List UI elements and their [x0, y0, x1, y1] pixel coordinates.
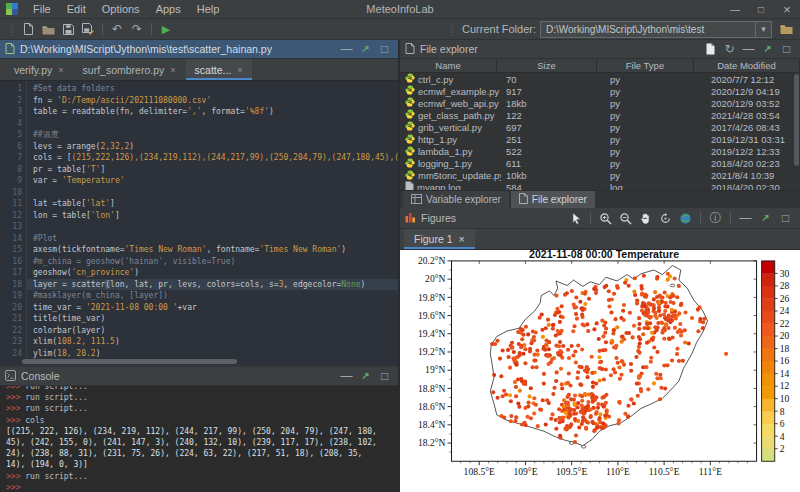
editor-panel: D:\Working\MIScript\Jython\mis\test\scat…	[0, 40, 398, 365]
code-line-14: #Plot	[27, 233, 398, 245]
figures-maximize-button[interactable]: □	[776, 210, 795, 227]
svg-text:110°E: 110°E	[606, 467, 630, 477]
svg-text:22: 22	[780, 319, 790, 329]
toolbar-save-button[interactable]	[58, 21, 78, 38]
console-line: >>> run script...	[6, 392, 392, 403]
folder-bar-grip[interactable]: ⋮	[447, 24, 455, 34]
column-header-size[interactable]: Size	[497, 59, 597, 72]
svg-text:18.4°N: 18.4°N	[418, 420, 446, 430]
figures-title-bar: Figures ⓘ—↗□	[400, 208, 800, 229]
figure-tab-close-icon[interactable]: ×	[459, 233, 465, 245]
code-line-22: colorbar(layer)	[27, 325, 398, 337]
editor-title-bar: D:\Working\MIScript\Jython\mis\test\scat…	[0, 40, 398, 59]
code-line-2: fn = 'D:/Temp/ascii/202111080000.csv'	[27, 95, 398, 107]
file-explorer-minimize-button[interactable]: —	[740, 42, 757, 57]
column-header-name[interactable]: Name	[400, 59, 497, 72]
menu-options[interactable]: Options	[94, 3, 148, 15]
figures-float-button[interactable]: ↗	[756, 210, 775, 227]
tab-close-icon[interactable]: ×	[170, 65, 175, 75]
bottom-tab-variable-explorer[interactable]: Variable explorer	[403, 191, 509, 208]
window-maximize-button[interactable]: □	[748, 0, 774, 18]
menu-edit[interactable]: Edit	[59, 3, 94, 15]
editor-tab-surf-sombrero-py[interactable]: surf_sombrero.py×	[74, 59, 185, 80]
editor-tab-scatte-[interactable]: scatte...×	[186, 59, 252, 80]
current-folder-label: Current Folder:	[462, 23, 536, 35]
python-file-icon	[405, 121, 415, 133]
editor-hscroll-thumb[interactable]	[22, 359, 237, 364]
code-text[interactable]: #Set data foldersfn = 'D:/Temp/ascii/202…	[27, 81, 398, 358]
editor-hscrollbar[interactable]	[0, 358, 398, 365]
toolbar-new-file-button[interactable]	[18, 21, 38, 38]
file-row-logging_1.py[interactable]: logging_1.py611py2018/4/20 02:23	[400, 158, 800, 170]
editor-tab-verify-py[interactable]: verify.py×	[5, 59, 73, 80]
figures-info-button[interactable]: ⓘ	[706, 210, 725, 227]
combo-dropdown-icon[interactable]: ▾	[755, 22, 771, 37]
file-explorer-maximize-button[interactable]: □	[778, 42, 795, 57]
editor-float-button[interactable]: ↗	[357, 42, 374, 57]
figures-minimize-button[interactable]: —	[736, 210, 755, 227]
column-header-file-type[interactable]: File Type	[597, 59, 694, 72]
figures-globe-button[interactable]	[676, 210, 695, 227]
toolbar-redo-button[interactable]: ↷	[127, 21, 147, 38]
console-output[interactable]: >>> run script...>>> run script...>>> ru…	[0, 386, 398, 492]
bottom-tab-file-explorer[interactable]: File explorer	[511, 191, 595, 208]
code-line-21: title(time_var)	[27, 313, 398, 325]
browse-folder-button[interactable]	[776, 21, 796, 38]
file-row-ecmwf_example.py[interactable]: ecmwf_example.py917py2020/12/9 04:19	[400, 85, 800, 97]
file-row-ecmwf_web_api.py[interactable]: ecmwf_web_api.py18kbpy2020/12/9 03:52	[400, 97, 800, 109]
file-table: NameSizeFile TypeDate Modified ctrl_c.py…	[400, 59, 800, 190]
toolbar-run-button[interactable]: ▶	[156, 21, 176, 38]
python-file-icon	[405, 73, 415, 85]
python-file-icon	[405, 158, 415, 170]
svg-text:110.5°E: 110.5°E	[649, 467, 680, 477]
file-row-ctrl_c.py[interactable]: ctrl_c.py70py2020/7/7 12:12	[400, 73, 800, 85]
svg-text:109°E: 109°E	[513, 467, 537, 477]
tab-close-icon[interactable]: ×	[58, 65, 63, 75]
toolbar-grip[interactable]: ⋮	[7, 24, 15, 34]
figures-pan-button[interactable]	[636, 210, 655, 227]
file-row-http_1.py[interactable]: http_1.py251py2019/12/31 03:31	[400, 133, 800, 145]
tab-figure-1[interactable]: Figure 1 ×	[404, 229, 475, 249]
file-row-myapp.log[interactable]: myapp.log584log2018/4/20 02:30	[400, 182, 800, 190]
file-row-get_class_path.py[interactable]: get_class_path.py122py2021/4/28 03:54	[400, 109, 800, 121]
file-row-lambda_1.py[interactable]: lambda_1.py522py2019/12/2 12:33	[400, 146, 800, 158]
menu-help[interactable]: Help	[189, 3, 228, 15]
console-line: >>> run script...	[6, 471, 392, 482]
window-minimize-button[interactable]: —	[722, 0, 748, 18]
figures-zoom-out-button[interactable]	[616, 210, 635, 227]
file-name: mm5tonc_update.py	[418, 170, 501, 181]
file-row-grib_vertical.py[interactable]: grib_vertical.py697py2017/4/26 08:43	[400, 121, 800, 133]
toolbar-save-as-button[interactable]	[78, 21, 98, 38]
figure-canvas[interactable]: 2021-11-08 00:00 Temperature108.5°E109°E…	[400, 250, 800, 492]
toolbar-undo-button[interactable]: ↶	[107, 21, 127, 38]
file-table-vscroll-thumb[interactable]	[794, 74, 799, 166]
editor-maximize-button[interactable]: □	[376, 42, 393, 57]
code-line-13	[27, 221, 398, 233]
current-folder-combobox[interactable]: D:\Working\MIScript\Jython\mis\test ▾	[540, 21, 772, 38]
menu-apps[interactable]: Apps	[148, 3, 189, 15]
file-explorer-float-button[interactable]: ↗	[759, 42, 776, 57]
console-float-button[interactable]: ↗	[357, 369, 374, 384]
toolbar-open-file-button[interactable]	[38, 21, 58, 38]
console-maximize-button[interactable]: □	[376, 369, 393, 384]
menu-file[interactable]: File	[25, 3, 59, 15]
tab-close-icon[interactable]: ×	[237, 65, 242, 75]
figures-rotate-button[interactable]	[656, 210, 675, 227]
file-name: http_1.py	[418, 134, 457, 145]
editor-minimize-button[interactable]: —	[338, 42, 355, 57]
column-header-date-modified[interactable]: Date Modified	[694, 59, 800, 72]
window-close-button[interactable]: ×	[774, 0, 800, 18]
main-toolbar: ⋮ ↶↷▶ ⋮ Current Folder: D:\Working\MIScr…	[0, 19, 800, 40]
file-table-vscrollbar[interactable]	[793, 72, 800, 190]
figures-zoom-in-button[interactable]	[596, 210, 615, 227]
svg-text:14: 14	[780, 369, 790, 379]
file-row-mm5tonc_update.py[interactable]: mm5tonc_update.py10kbpy2021/8/4 10:39	[400, 170, 800, 182]
file-explorer-refresh-button[interactable]: ↻	[721, 42, 738, 57]
svg-text:4: 4	[780, 432, 785, 442]
code-editor[interactable]: 123456789101112131415161718192021222324 …	[0, 81, 398, 358]
file-explorer-new-doc-button[interactable]	[702, 42, 719, 57]
console-minimize-button[interactable]: —	[338, 369, 355, 384]
python-file-icon	[405, 97, 415, 109]
file-explorer-title: File explorer	[420, 43, 478, 55]
figures-select-button[interactable]	[566, 210, 585, 227]
